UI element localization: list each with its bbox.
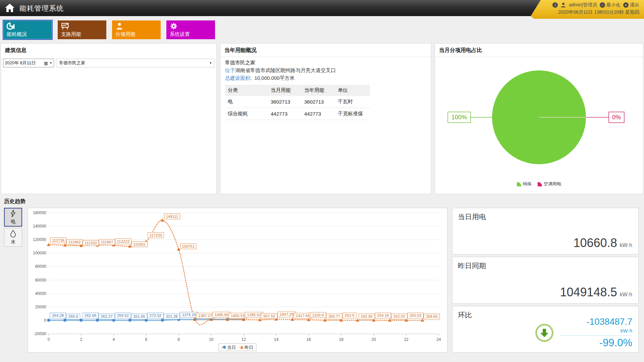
ratio-card: 环比 -1038487.7 kW·h -99.0% bbox=[452, 306, 639, 353]
yesterday-usage-value: 1049148.5 bbox=[560, 285, 617, 299]
svg-text:1385.52: 1385.52 bbox=[247, 313, 261, 317]
svg-text:111967: 111967 bbox=[101, 240, 113, 244]
history-chart-card: -200000200004000060000800001000001200001… bbox=[28, 208, 447, 353]
energy-table: 分类当月用能当年用能单位电36027133602713千瓦时综合能耗442773… bbox=[225, 85, 370, 120]
pie-legend-item: 空调用电 bbox=[538, 181, 561, 187]
medium-tab-label: 水 bbox=[11, 239, 15, 245]
nav-branch-energy[interactable]: 支路用能 bbox=[58, 20, 106, 39]
legend-swatch-icon bbox=[517, 182, 521, 186]
svg-text:100000: 100000 bbox=[33, 251, 46, 255]
svg-text:359.77: 359.77 bbox=[328, 314, 340, 318]
svg-text:252.03: 252.03 bbox=[393, 314, 405, 318]
svg-text:12: 12 bbox=[241, 337, 246, 342]
stats-column: 当日用电 10660.8 kW·h 昨日同期 1049148.5 kW·h 环比 bbox=[452, 208, 639, 353]
down-arrow-icon bbox=[535, 324, 553, 342]
today-usage-value: 10660.8 bbox=[574, 236, 617, 250]
table-cell: 442773 bbox=[268, 108, 302, 120]
table-row: 电36027133602713千瓦时 bbox=[225, 96, 370, 108]
history-section: 历史趋势 电水 -2000002000040000600008000010000… bbox=[0, 194, 644, 353]
table-cell: 3602713 bbox=[302, 96, 335, 108]
medium-tab-electricity[interactable]: 电 bbox=[4, 208, 22, 227]
svg-text:8: 8 bbox=[177, 337, 180, 342]
svg-text:昨日: 昨日 bbox=[245, 345, 253, 350]
svg-text:957.52: 957.52 bbox=[263, 314, 275, 318]
svg-text:111962: 111962 bbox=[68, 240, 81, 244]
history-line-chart: -200000200004000060000800001000001200001… bbox=[28, 208, 447, 352]
medium-tab-water-drop[interactable]: 水 bbox=[4, 228, 22, 247]
svg-text:140000: 140000 bbox=[33, 224, 46, 229]
building-name: 常德市民之家 bbox=[225, 60, 426, 66]
chevron-down-icon: ▼ bbox=[208, 60, 213, 66]
nav-label: 支路用能 bbox=[61, 31, 81, 38]
pie-legend-item: 特殊 bbox=[517, 181, 532, 187]
svg-text:111202: 111202 bbox=[85, 241, 97, 245]
main-nav: 能耗概况支路用能分项用能系统设置 bbox=[0, 16, 644, 43]
pie-legend: 特殊空调用电 bbox=[517, 181, 561, 187]
monthly-pie-panel: 当月分项用电占比 100%0% 特殊空调用电 bbox=[435, 43, 643, 194]
top-bar: 能耗管理系统 i admin|管理员 − 最小化 × 退出 2020年06月11… bbox=[0, 0, 644, 16]
svg-text:254.16: 254.16 bbox=[377, 313, 389, 317]
legend-swatch-icon bbox=[538, 182, 542, 186]
table-header: 单位 bbox=[335, 85, 370, 96]
svg-text:112736: 112736 bbox=[52, 238, 65, 242]
table-cell: 电 bbox=[225, 96, 268, 108]
subentry-energy-icon bbox=[115, 22, 123, 30]
building-area: 总建设面积: 10,000.000平方米 bbox=[225, 75, 426, 81]
svg-text:14: 14 bbox=[274, 337, 279, 342]
home-button[interactable] bbox=[3, 2, 16, 14]
energy-overview-icon bbox=[7, 22, 15, 30]
yesterday-usage-card: 昨日同期 1049148.5 kW·h bbox=[452, 257, 639, 303]
svg-text:1417.65: 1417.65 bbox=[296, 314, 310, 318]
close-icon: × bbox=[623, 2, 629, 8]
ratio-unit: kW·h bbox=[560, 328, 632, 334]
table-cell: 千克标准煤 bbox=[335, 108, 370, 120]
medium-tabs: 电水 bbox=[4, 208, 23, 353]
table-header: 分类 bbox=[225, 85, 268, 96]
svg-text:20: 20 bbox=[371, 337, 376, 342]
yesterday-usage-unit: kW·h bbox=[620, 292, 632, 298]
yesterday-usage-label: 昨日同期 bbox=[458, 261, 633, 270]
info-icon[interactable]: i bbox=[552, 2, 558, 8]
today-usage-card: 当日用电 10660.8 kW·h bbox=[452, 208, 639, 254]
today-usage-label: 当日用电 bbox=[458, 212, 633, 222]
svg-text:117220: 117220 bbox=[150, 233, 162, 237]
table-header: 当月用能 bbox=[268, 85, 302, 96]
ratio-percent-value: -99.0% bbox=[560, 337, 632, 349]
svg-text:262.65: 262.65 bbox=[361, 314, 373, 318]
logout-button[interactable]: × 退出 bbox=[623, 2, 639, 8]
calendar-icon: ▦ bbox=[44, 61, 48, 66]
date-picker[interactable]: 2020年 6月11日 ▦ ▼ bbox=[3, 59, 54, 67]
nav-settings[interactable]: 系统设置 bbox=[166, 20, 215, 39]
svg-text:263.9: 263.9 bbox=[344, 313, 354, 317]
svg-text:60000: 60000 bbox=[35, 278, 47, 283]
building-info-title: 建筑信息 bbox=[1, 44, 216, 57]
pie-legend-label: 空调用电 bbox=[544, 181, 561, 187]
svg-text:1450.53: 1450.53 bbox=[231, 314, 245, 318]
pie-legend-label: 特殊 bbox=[523, 181, 532, 187]
nav-subentry-energy[interactable]: 分项用能 bbox=[112, 20, 161, 39]
svg-text:80000: 80000 bbox=[35, 264, 47, 269]
ratio-delta-value: -1038487.7 bbox=[560, 317, 632, 327]
svg-text:160000: 160000 bbox=[33, 210, 46, 215]
medium-tab-label: 电 bbox=[11, 219, 15, 225]
svg-text:1847.29: 1847.29 bbox=[280, 312, 294, 316]
annual-usage-panel: 当年用能概况 常德市民之家 位于湖南省常德市武陵区朗州路与月亮大道交叉口 总建设… bbox=[220, 43, 431, 194]
nav-energy-overview[interactable]: 能耗概况 bbox=[3, 20, 52, 39]
table-cell: 3602713 bbox=[268, 96, 302, 108]
svg-text:2: 2 bbox=[80, 337, 83, 342]
svg-text:1375.15: 1375.15 bbox=[182, 313, 196, 317]
svg-text:269.9: 269.9 bbox=[68, 314, 78, 318]
building-select[interactable]: 常德市民之家 ▼ bbox=[56, 59, 214, 67]
building-location: 位于湖南省常德市武陵区朗州路与月亮大道交叉口 bbox=[225, 67, 426, 74]
svg-text:321.28: 321.28 bbox=[166, 314, 177, 318]
svg-text:149111: 149111 bbox=[166, 215, 178, 219]
table-row: 综合能耗442773442773千克标准煤 bbox=[225, 108, 370, 120]
svg-text:0%: 0% bbox=[612, 114, 621, 121]
datetime-text: 2020年06月11日 13时01分20秒 星期四 bbox=[543, 9, 639, 15]
branch-energy-icon bbox=[61, 22, 69, 30]
svg-text:24: 24 bbox=[436, 337, 441, 342]
minimize-button[interactable]: − 最小化 bbox=[600, 2, 621, 8]
svg-text:6: 6 bbox=[145, 337, 147, 342]
subentry-pie-chart: 100%0% bbox=[438, 57, 640, 180]
chevron-down-icon: ▼ bbox=[49, 61, 52, 65]
